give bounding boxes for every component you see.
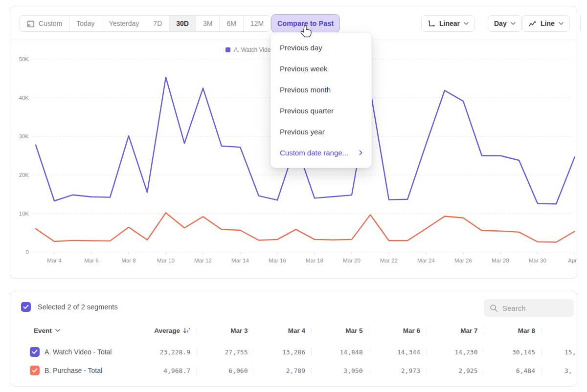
range-custom-label: Custom [39, 20, 62, 27]
chevron-down-icon [511, 22, 516, 25]
chevron-down-icon [559, 22, 564, 25]
cell-value: 27,755 [196, 348, 254, 356]
y-axis-label: 20K [19, 172, 29, 178]
row-checkbox-purchase[interactable] [30, 366, 40, 375]
menu-item-previous-year[interactable]: Previous year [271, 121, 371, 142]
cell-value: 6,060 [196, 367, 254, 374]
x-axis-label: Mar 28 [492, 258, 509, 263]
compare-to-past-menu: Previous day Previous week Previous mont… [271, 32, 372, 168]
select-all-checkbox[interactable] [21, 302, 31, 312]
menu-item-previous-week[interactable]: Previous week [271, 58, 371, 79]
chevron-down-icon [464, 22, 469, 25]
cell-average: 4,968.7 [139, 367, 196, 374]
y-axis-label: 10K [19, 211, 29, 217]
x-axis-label: Mar 20 [343, 258, 361, 263]
sort-descending-icon [183, 327, 190, 334]
range-7d-button[interactable]: 7D [146, 16, 169, 31]
cell-value: 14,344 [369, 348, 427, 356]
edge-divider [580, 15, 581, 31]
menu-item-previous-quarter[interactable]: Previous quarter [271, 100, 371, 121]
axis-linear-icon [428, 20, 435, 27]
range-yesterday-button[interactable]: Yesterday [102, 16, 147, 31]
x-axis-label: Mar 10 [157, 258, 175, 263]
search-input[interactable] [502, 304, 566, 312]
x-axis-label: Mar 24 [417, 258, 435, 263]
line-chart-icon [528, 20, 537, 27]
check-icon [32, 349, 38, 354]
row-checkbox-watch-video[interactable] [30, 347, 40, 357]
x-axis-label: Mar 6 [84, 258, 98, 263]
series-line-b-purchase [36, 213, 575, 242]
x-axis-label: Mar 8 [121, 258, 135, 263]
range-30d-button[interactable]: 30D [169, 16, 196, 31]
menu-item-custom-date-range[interactable]: Custom date range... [271, 142, 371, 163]
segments-card: Selected 2 of 2 segments Event Average [10, 291, 577, 387]
menu-item-previous-day[interactable]: Previous day [271, 37, 371, 58]
range-today-button[interactable]: Today [69, 16, 102, 31]
date-range-group: Custom Today Yesterday 7D 30D 3M 6M 12M [19, 15, 271, 32]
x-axis-label: Apr 1 [568, 258, 578, 263]
table-header-row: Event Average Mar 3 Mar 4 Mar 5 Mar 6 Ma… [22, 323, 578, 338]
date-column-header[interactable]: Mar 4 [254, 327, 312, 334]
cell-value: 2,925 [426, 367, 484, 374]
check-icon [23, 305, 29, 309]
x-axis-label: Mar 14 [231, 258, 249, 263]
cell-value: 14,230 [426, 348, 484, 356]
date-column-header-clipped[interactable]: M [541, 327, 578, 334]
y-axis-label: 50K [19, 56, 29, 62]
x-axis-label: Mar 26 [454, 258, 472, 263]
event-column-header[interactable]: Event [22, 327, 139, 334]
cell-value: 3,050 [311, 367, 369, 374]
chevron-down-icon [55, 329, 60, 332]
cell-value: 14,848 [311, 348, 369, 356]
x-axis-label: Mar 22 [380, 258, 398, 263]
date-column-header[interactable]: Mar 8 [484, 327, 542, 334]
x-axis-label: Mar 18 [306, 258, 323, 263]
cell-value-clipped: 15, [541, 348, 578, 356]
y-axis-label: 30K [19, 133, 29, 139]
table-row-watch-video: A. Watch Video - Total 23,228.9 27,755 1… [22, 343, 578, 361]
date-column-header[interactable]: Mar 7 [426, 327, 484, 334]
cell-value: 6,484 [484, 367, 542, 374]
range-6m-button[interactable]: 6M [220, 16, 243, 31]
interval-select-button[interactable]: Day [488, 15, 522, 32]
segment-search[interactable] [484, 299, 574, 317]
segments-header: Selected 2 of 2 segments [21, 302, 118, 312]
calendar-icon [26, 20, 35, 28]
scale-select-button[interactable]: Linear [421, 15, 475, 32]
segments-selected-text: Selected 2 of 2 segments [38, 303, 118, 311]
search-icon [490, 304, 498, 312]
y-axis-label: 40K [19, 95, 29, 101]
cell-value: 2,789 [254, 367, 312, 374]
table-row-purchase: B. Purchase - Total 4,968.7 6,060 2,789 … [22, 361, 578, 380]
y-axis-label: 0 [26, 249, 29, 255]
cell-value: 2,973 [369, 367, 427, 374]
x-axis-label: Mar 16 [269, 258, 286, 263]
chart-type-select-button[interactable]: Line [522, 15, 570, 32]
range-3m-button[interactable]: 3M [196, 16, 220, 31]
x-axis-label: Mar 12 [194, 258, 212, 263]
cell-average: 23,228.9 [139, 348, 196, 356]
check-icon [32, 368, 38, 373]
cell-value: 13,286 [254, 348, 312, 356]
date-column-header[interactable]: Mar 6 [369, 327, 427, 334]
row-label: B. Purchase - Total [45, 367, 102, 374]
menu-item-previous-month[interactable]: Previous month [271, 79, 371, 100]
row-label: A. Watch Video - Total [45, 348, 112, 356]
compare-to-past-button[interactable]: Compare to Past [271, 14, 340, 33]
date-column-header[interactable]: Mar 3 [196, 327, 254, 334]
cell-value: 30,145 [484, 348, 542, 356]
x-axis-label: Mar 30 [529, 258, 546, 263]
range-custom-button[interactable]: Custom [20, 16, 69, 31]
x-axis-label: Mar 4 [47, 258, 62, 263]
segments-table: Event Average Mar 3 Mar 4 Mar 5 Mar 6 Ma… [22, 323, 578, 381]
range-12m-button[interactable]: 12M [244, 16, 271, 31]
cell-value-clipped: 3, [541, 367, 578, 374]
chevron-right-icon [359, 150, 362, 155]
average-column-header[interactable]: Average [139, 327, 196, 334]
date-column-header[interactable]: Mar 5 [311, 327, 369, 334]
